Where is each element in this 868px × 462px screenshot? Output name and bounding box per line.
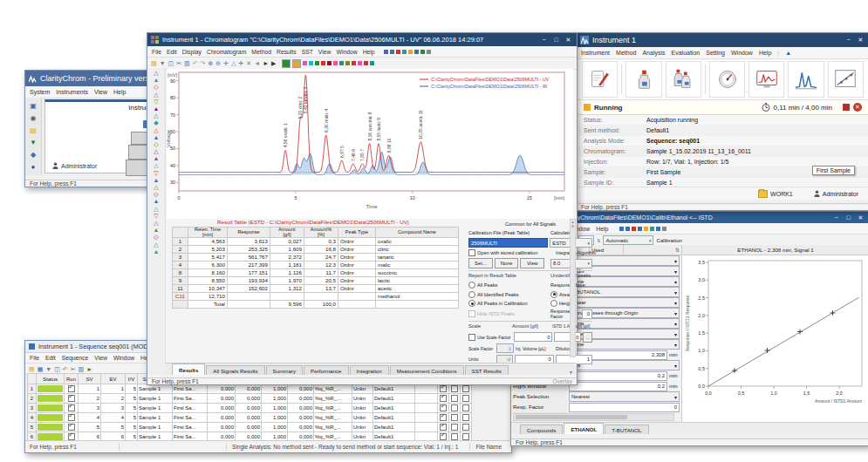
tab-integration[interactable]: Integration (350, 365, 389, 375)
view-button[interactable]: View (520, 258, 544, 268)
result-table-row[interactable]: C1112,710methanol (173, 293, 459, 301)
menu-icon[interactable] (638, 227, 642, 231)
result-table-row[interactable]: Total9,596100,0 (173, 301, 459, 309)
signal-color-swatch[interactable] (364, 61, 368, 65)
menu-view[interactable]: View (94, 89, 107, 95)
menu-help[interactable]: Help (363, 49, 375, 55)
menu-icon[interactable] (619, 227, 624, 231)
sample-cell[interactable]: First Sa... (173, 394, 208, 404)
sample-type-cell[interactable]: Unkn (352, 404, 373, 413)
report-checkbox-cell[interactable] (438, 394, 449, 404)
file-name-cell[interactable]: %q_%R_... (314, 423, 352, 432)
maximize-button[interactable]: □ (551, 37, 561, 44)
result-table-row[interactable]: 25,203253,3251,60916,8Ordnrcitric (173, 246, 459, 254)
tab-measurement-conditions[interactable]: Measurement Conditions (390, 365, 464, 375)
file-name-cell[interactable]: %q_%R_... (314, 413, 352, 423)
integration-tool-icon[interactable]: △ (154, 70, 158, 76)
method-name-cell[interactable]: Default1 (373, 384, 415, 394)
import-icon[interactable]: ▼ (30, 139, 37, 146)
menu-icon[interactable] (420, 50, 425, 54)
menu-view[interactable]: View (318, 49, 331, 55)
tab-results[interactable]: Results (172, 363, 205, 375)
field-select[interactable]: Nearest▾ (569, 391, 680, 402)
calibration-file-input[interactable]: 2506MULTI (468, 238, 548, 248)
sample-id-cell[interactable]: Sample 1 (138, 404, 173, 413)
result-column-header[interactable]: Compound Name (376, 228, 459, 238)
sample-type-cell[interactable]: Unkn (352, 423, 373, 432)
sample-cell[interactable]: First Sa... (173, 384, 208, 394)
run-checkbox[interactable] (68, 424, 75, 431)
menu-icon[interactable] (662, 227, 666, 231)
report-checkbox-cell[interactable] (438, 404, 449, 413)
minimize-button[interactable]: − (539, 37, 549, 44)
sv-cell[interactable]: 5 (79, 423, 101, 432)
tab-all-signals-results[interactable]: All Signals Results (206, 365, 264, 375)
ev-cell[interactable]: 3 (101, 404, 126, 413)
file-name-cell[interactable]: %q_%R_... (314, 404, 352, 413)
toolbar-icon[interactable]: ▥ (79, 366, 85, 372)
close-button[interactable]: ✕ (856, 214, 865, 221)
menu-window[interactable]: Window (336, 49, 357, 55)
signal-color-swatch[interactable] (345, 61, 350, 65)
integration-tool-icon[interactable]: △ (154, 162, 158, 168)
data-acquisition-button[interactable] (748, 61, 784, 98)
close-button[interactable]: ✕ (856, 37, 865, 44)
abort-button[interactable]: ✕ (853, 103, 862, 112)
sample-cell[interactable]: First Sa... (173, 404, 208, 413)
menu-icon[interactable] (650, 227, 654, 231)
sample-id-cell[interactable]: Sample 1 (138, 384, 173, 394)
menu-window[interactable]: Window (113, 355, 134, 361)
file-name-cell[interactable]: %q_%R_... (314, 384, 352, 394)
report-checkbox-cell[interactable] (438, 413, 449, 423)
checkbox-cell[interactable] (449, 423, 461, 432)
checkbox-cell[interactable] (461, 413, 472, 423)
toolbar-icon[interactable]: ✂ (71, 366, 76, 372)
result-table-row[interactable]: 1110,347152,6021,31213,7Ordnracetic (173, 285, 459, 293)
checkbox[interactable] (462, 424, 469, 431)
method-name-cell[interactable]: Default1 (373, 404, 415, 413)
checkbox[interactable] (451, 414, 458, 421)
menu-display[interactable]: Display (182, 49, 202, 55)
menu-icon[interactable] (414, 50, 419, 54)
calibration-curve-chart[interactable]: 0,00,51,01,52,02,53,03,50,00,51,01,52,0R… (682, 255, 867, 409)
istd-amount-cell[interactable]: 0,000 (236, 384, 262, 394)
toolbar-icon[interactable]: ▼ (160, 60, 166, 66)
run-cell[interactable] (65, 413, 79, 423)
set-button[interactable]: Set... (468, 258, 493, 268)
sequence-column-header[interactable] (28, 374, 37, 384)
menu-chromatogram[interactable]: Chromatogram (207, 49, 246, 55)
run-cell[interactable] (65, 384, 79, 394)
checkbox[interactable] (440, 414, 447, 421)
toolbar-icon[interactable]: ► (263, 60, 269, 66)
method-name-cell[interactable]: Default1 (373, 413, 415, 423)
run-checkbox[interactable] (68, 385, 75, 392)
toolbar-icon[interactable]: ↷ (201, 60, 206, 66)
scroll-arrows-icon[interactable]: ⇅ (673, 245, 681, 255)
inj-volume-cell[interactable]: 0,000 (288, 394, 314, 404)
integration-tool-icon[interactable]: ◇ (154, 191, 158, 197)
checkbox[interactable] (451, 385, 458, 392)
menu-help[interactable]: Help (113, 89, 126, 95)
istd-amount-browse-button[interactable]: ... (583, 332, 592, 343)
signal-color-swatch[interactable] (333, 61, 338, 65)
ev-cell[interactable]: 1 (101, 384, 126, 394)
integration-tool-icon[interactable]: ▽ (154, 99, 158, 105)
inj-volume-cell[interactable]: 0,000 (288, 404, 314, 413)
integration-tool-icon[interactable]: ▲ (154, 105, 160, 112)
sample-amount-cell[interactable]: 0,000 (208, 384, 236, 394)
dilution-cell[interactable]: 1,000 (262, 404, 288, 413)
result-table-row[interactable]: 14,5633,6130,0270,3Ordnroxalic (173, 238, 459, 246)
radio-button[interactable] (550, 300, 557, 307)
sequence-column-header[interactable]: I/V (126, 374, 138, 384)
menu-system[interactable]: System (30, 89, 50, 95)
run-checkbox[interactable] (68, 395, 75, 402)
istd-amount-input[interactable]: 0 (554, 332, 581, 342)
spinner-arrows-icon[interactable]: ⇅ (597, 238, 600, 243)
menu-results[interactable]: Results (277, 49, 297, 55)
result-column-header[interactable]: Response (228, 228, 270, 238)
method-name-cell[interactable]: Default1 (373, 394, 415, 404)
about-icon[interactable]: ● (31, 164, 36, 171)
integration-tool-icon[interactable]: ▲ (154, 177, 160, 183)
tabs-overflow-icon[interactable]: ▼ (565, 370, 577, 375)
sample-amount-cell[interactable]: 0,000 (208, 423, 236, 432)
